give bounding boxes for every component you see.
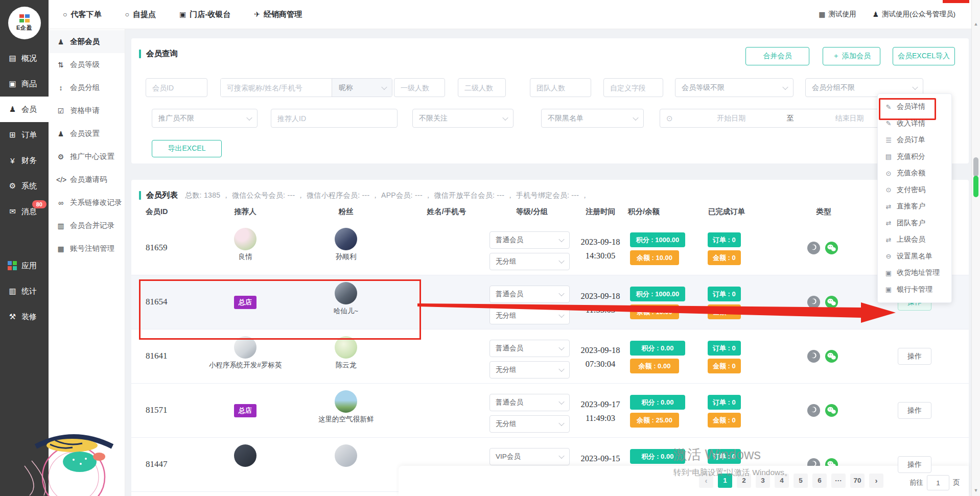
menu-item-充值积分[interactable]: ▤充值积分 [878, 149, 951, 166]
sidebar-item-概况[interactable]: ▤概况 [0, 45, 49, 71]
next-page-button[interactable]: › [869, 474, 883, 488]
avatar[interactable] [335, 282, 357, 304]
vertical-scrollbar[interactable]: ▲ ▼ [971, 0, 980, 496]
submenu-item-推广中心设置[interactable]: ⚙推广中心设置 [49, 145, 125, 168]
avatar[interactable] [234, 228, 256, 250]
menu-item-上级会员[interactable]: ⇄上级会员 [878, 231, 951, 248]
custom-field-input[interactable] [603, 78, 663, 97]
page-ellipsis[interactable]: ··· [831, 474, 846, 488]
page-button-2[interactable]: 2 [737, 474, 751, 488]
blacklist-select[interactable]: 不限黑名单 [541, 109, 644, 128]
level2-count-input[interactable] [458, 78, 506, 97]
sidebar-item-商品[interactable]: ▣商品 [0, 71, 49, 97]
topbar-tab[interactable]: ○自提点 [125, 10, 155, 19]
level-select[interactable]: 普通会员 [489, 231, 570, 249]
submenu-item-会员设置[interactable]: ♟会员设置 [49, 122, 125, 145]
submenu-item-会员邀请码[interactable]: </>会员邀请码 [49, 168, 125, 191]
submenu-item-会员合并记录[interactable]: ▥会员合并记录 [49, 214, 125, 237]
avatar[interactable] [335, 336, 357, 359]
group-select[interactable]: 无分组 [489, 361, 570, 379]
sidebar-item-统计[interactable]: ▥统计 [0, 278, 49, 304]
page-button-1[interactable]: 1 [718, 474, 732, 488]
balance-badge: 余额 : 10.00 [630, 304, 679, 319]
column-header-姓名/手机号: 姓名/手机号 [427, 202, 466, 221]
register-date-range[interactable]: ⊙ 开始日期 至 结束日期 [660, 109, 901, 128]
level-select[interactable]: 普通会员 [489, 340, 570, 357]
chevron-down-icon [912, 84, 918, 89]
menu-item-支付密码[interactable]: ⊙支付密码 [878, 182, 951, 199]
sidebar-item-应用[interactable]: 应用 [0, 253, 49, 278]
level-select[interactable]: 普通会员 [489, 394, 570, 411]
excel-import-button[interactable]: 会员EXCEL导入 [893, 47, 955, 65]
sidebar-item-装修[interactable]: ⚒装修 [0, 304, 49, 329]
menu-item-银行卡管理[interactable]: ▣银行卡管理 [878, 281, 951, 298]
avatar[interactable] [335, 444, 357, 467]
goods-icon: ▣ [8, 79, 17, 88]
avatar[interactable] [335, 228, 357, 250]
menu-item-充值余额[interactable]: ⊙充值余额 [878, 165, 951, 182]
topbar-account-item[interactable]: ▦测试使用 [819, 10, 856, 19]
sidebar-item-会员[interactable]: ♟会员 [0, 97, 49, 122]
menu-item-收货地址管理[interactable]: ▣收货地址管理 [878, 265, 951, 281]
row-action-button[interactable]: 操作 [898, 456, 931, 473]
topbar-tab[interactable]: ✈经销商管理 [254, 10, 302, 19]
menu-item-会员订单[interactable]: ☰会员订单 [878, 132, 951, 149]
submenu-item-资格申请[interactable]: ☑资格申请 [49, 99, 125, 122]
team-count-input[interactable] [530, 78, 591, 97]
group-select[interactable]: 无分组 [489, 253, 570, 270]
sidebar-item-财务[interactable]: ¥财务 [0, 148, 49, 173]
scroll-up-icon[interactable]: ▲ [972, 21, 980, 27]
page-button-6[interactable]: 6 [812, 474, 827, 488]
level-select[interactable]: VIP会员 [489, 448, 570, 465]
search-input[interactable] [221, 79, 332, 97]
export-excel-button[interactable]: 导出EXCEL [152, 140, 222, 157]
menu-item-团队客户[interactable]: ⇄团队客户 [878, 215, 951, 232]
member-level-select[interactable]: 会员等级不限 [675, 78, 794, 97]
scrollbar-thumb[interactable] [973, 157, 978, 177]
menu-item-设置黑名单[interactable]: ⊖设置黑名单 [878, 248, 951, 265]
avatar[interactable] [234, 336, 256, 359]
page-button-70[interactable]: 70 [850, 474, 865, 488]
promoter-select[interactable]: 推广员不限 [152, 109, 258, 128]
submenu-item-账号注销管理[interactable]: ▦账号注销管理 [49, 237, 125, 260]
level-select[interactable]: 普通会员 [489, 286, 570, 303]
avatar[interactable] [234, 444, 256, 467]
topbar-account-item[interactable]: ♟测试使用(公众号管理员) [872, 10, 955, 19]
truck-icon: ▣ [884, 269, 893, 277]
group-select[interactable]: 无分组 [489, 307, 570, 324]
menu-item-直推客户[interactable]: ⇄直推客户 [878, 198, 951, 215]
topbar-tab[interactable]: ▣门店-收银台 [179, 10, 230, 19]
sidebar-item-订单[interactable]: ⊞订单 [0, 122, 49, 148]
sidebar-item-消息[interactable]: ✉消息80 [0, 199, 49, 224]
page-button-3[interactable]: 3 [756, 474, 770, 488]
topbar-tab[interactable]: ○代客下单 [63, 10, 101, 19]
submenu-item-会员等级[interactable]: ⇅会员等级 [49, 53, 125, 76]
menu-item-收入详情[interactable]: ✎收入详情 [878, 115, 951, 132]
referrer-id-input[interactable] [271, 109, 398, 128]
search-type-select[interactable]: 昵称 [332, 79, 392, 97]
merge-member-button[interactable]: 合并会员 [745, 47, 809, 65]
amount-badge: 金额 : 0 [708, 304, 741, 319]
avatar[interactable] [335, 390, 357, 413]
grid-icon: ▦ [819, 10, 825, 18]
member-id-input[interactable] [146, 78, 207, 97]
row-action-button[interactable]: 操作 [898, 402, 931, 419]
goto-page-input[interactable] [927, 475, 949, 490]
row-action-button[interactable]: 操作 [898, 348, 931, 365]
menu-item-会员详情[interactable]: ✎会员详情 [878, 99, 951, 115]
scrollbar-thumb-green[interactable] [973, 176, 978, 197]
page-button-4[interactable]: 4 [775, 474, 789, 488]
submenu-item-关系链修改记录[interactable]: ∞关系链修改记录 [49, 191, 125, 214]
follow-select[interactable]: 不限关注 [412, 109, 514, 128]
sidebar-item-系统[interactable]: ⚙系统 [0, 173, 49, 199]
page-button-5[interactable]: 5 [794, 474, 808, 488]
submenu-item-全部会员[interactable]: ♟全部会员 [49, 30, 125, 53]
level1-count-input[interactable] [394, 78, 445, 97]
app-logo[interactable]: E企盈 [8, 7, 41, 39]
date-start[interactable]: 开始日期 [680, 114, 783, 123]
scroll-down-icon[interactable]: ▼ [972, 488, 980, 493]
group-select[interactable]: 无分组 [489, 415, 570, 433]
prev-page-button[interactable]: ‹ [699, 474, 713, 488]
submenu-item-会员分组[interactable]: ↕会员分组 [49, 76, 125, 99]
add-member-button[interactable]: ＋ 添加会员 [823, 47, 880, 65]
